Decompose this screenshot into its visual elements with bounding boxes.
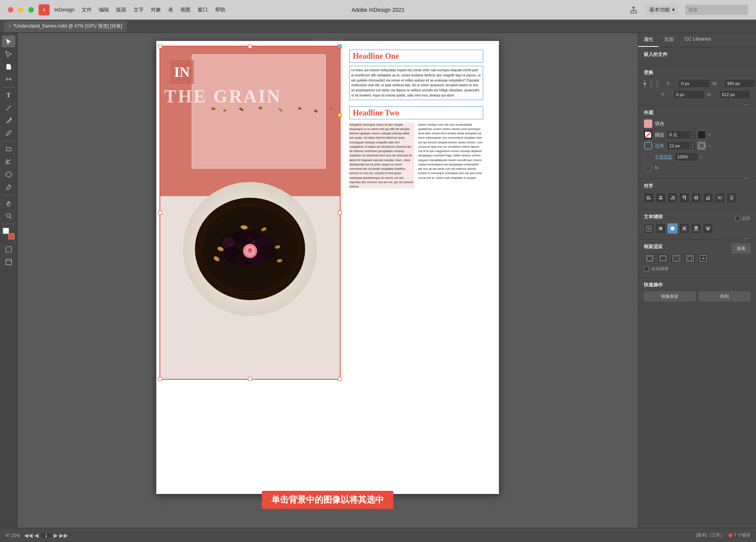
tab-properties[interactable]: 属性	[638, 33, 659, 47]
center-content[interactable]	[697, 253, 709, 264]
w-input[interactable]	[724, 79, 756, 88]
menu-text[interactable]: 文字	[133, 6, 144, 13]
y-input[interactable]	[673, 90, 705, 99]
rectangle-tool[interactable]	[2, 143, 15, 155]
menu-help[interactable]: 帮助	[215, 6, 225, 13]
text-wrap-more-options[interactable]: ···	[744, 235, 749, 242]
traffic-light-red[interactable]	[8, 7, 13, 13]
stroke-input[interactable]	[667, 130, 690, 139]
arrange-button[interactable]: 排列	[699, 291, 751, 301]
tg-dot-9[interactable]	[656, 85, 658, 87]
reverse-cb[interactable]	[735, 216, 740, 221]
traffic-light-yellow[interactable]	[18, 7, 24, 13]
auto-adjust-checkbox[interactable]	[644, 266, 649, 271]
handle-bottom-left[interactable]	[158, 377, 162, 381]
stroke-up[interactable]: ▲	[691, 131, 695, 135]
menu-file[interactable]: 文件	[82, 6, 92, 13]
fit-content-to-frame[interactable]	[644, 253, 656, 264]
tg-dot-5[interactable]	[650, 83, 652, 85]
wrap-invert[interactable]	[703, 223, 713, 234]
eyedropper-tool[interactable]	[2, 181, 15, 193]
handle-mid-left[interactable]	[158, 211, 162, 215]
wrap-jump-object[interactable]	[679, 223, 689, 234]
preview-mode-button[interactable]	[2, 243, 15, 255]
appearance-more-options[interactable]: ···	[744, 174, 749, 182]
workspace-selector[interactable]: 基本功能 ▾	[645, 5, 679, 15]
tg-dot-7[interactable]	[644, 85, 646, 87]
tg-dot-8[interactable]	[650, 85, 652, 87]
tg-dot-2[interactable]	[650, 80, 652, 82]
transform-shape-button[interactable]: 转换形状	[644, 291, 696, 301]
handle-top-left[interactable]	[158, 45, 162, 48]
handle-bottom-center[interactable]	[248, 377, 252, 381]
stroke-down[interactable]: ▼	[691, 135, 695, 138]
corner-style-dropdown[interactable]	[697, 141, 706, 150]
search-input[interactable]	[685, 5, 748, 15]
image-frame[interactable]: IN THE GRAIN	[159, 46, 341, 380]
wrap-none[interactable]	[644, 223, 654, 234]
h-input[interactable]	[719, 90, 750, 99]
menu-layout[interactable]: 版面	[116, 6, 126, 13]
zoom-tool[interactable]	[2, 210, 15, 222]
tg-dot-6[interactable]	[656, 83, 658, 85]
tab-cc-libraries[interactable]: CC Libraries	[679, 33, 717, 47]
tab-pages[interactable]: 页面	[659, 33, 679, 47]
share-button[interactable]	[628, 4, 639, 15]
column-two-text[interactable]: autem eveliqui num dis mos duciandebist …	[418, 123, 483, 189]
traffic-light-green[interactable]	[28, 7, 34, 13]
nav-first-button[interactable]: ◀◀	[24, 532, 33, 538]
hand-tool[interactable]	[2, 197, 15, 209]
tg-dot-3[interactable]	[656, 80, 658, 82]
nav-next-button[interactable]: ▶	[54, 532, 58, 538]
menu-window[interactable]: 窗口	[198, 6, 208, 13]
canvas-area[interactable]: www.mac.x.com	[17, 33, 638, 528]
align-left[interactable]	[644, 193, 654, 203]
indesign-page[interactable]: IN THE GRAIN	[156, 41, 499, 494]
menu-object[interactable]: 对象	[151, 6, 161, 13]
tg-dot-1[interactable]	[644, 80, 646, 82]
document-tab[interactable]: × *Understand_frames.indd @ 47% [GPU 预览]…	[4, 21, 127, 32]
transform-tool[interactable]	[2, 169, 15, 180]
align-top[interactable]	[679, 193, 689, 203]
column-one-text[interactable]: Soluptinti consequa volum et laut volupt…	[349, 123, 414, 189]
tab-close[interactable]: ×	[9, 24, 11, 28]
fit-content-proportionally[interactable]	[684, 253, 696, 264]
menu-view[interactable]: 视图	[180, 6, 191, 13]
fill-swatch[interactable]	[644, 119, 652, 128]
fit-frame-to-content[interactable]	[657, 253, 669, 264]
nav-prev-button[interactable]: ◀	[34, 532, 39, 538]
menu-indesign[interactable]: InDesign	[54, 7, 74, 13]
stroke-color-swatch[interactable]	[697, 130, 706, 139]
fill-frame-proportionally[interactable]	[671, 253, 682, 264]
color-boxes[interactable]	[3, 228, 15, 239]
x-input[interactable]	[678, 79, 710, 88]
transform-more-options[interactable]: ···	[744, 101, 749, 108]
opacity-expand[interactable]: ›	[700, 154, 702, 160]
corner-style-arrow[interactable]: ▾	[708, 144, 710, 148]
menu-edit[interactable]: 编辑	[99, 6, 109, 13]
fx-label[interactable]: fx.	[655, 165, 660, 171]
wrap-next-column[interactable]	[691, 223, 701, 234]
corner-down[interactable]: ▼	[691, 146, 695, 149]
reverse-checkbox[interactable]: 反转	[735, 215, 750, 221]
body-text-one[interactable]: Ut eatur aut estiunt veliquatias exped m…	[349, 66, 483, 100]
pen-tool[interactable]	[2, 115, 15, 126]
frame-fitting-options[interactable]: 选项	[732, 243, 750, 253]
background-color[interactable]	[8, 233, 15, 239]
stroke-dropdown[interactable]: ▾	[708, 133, 710, 137]
selection-tool[interactable]	[2, 35, 15, 47]
align-bottom[interactable]	[703, 193, 713, 203]
align-center-v[interactable]	[691, 193, 701, 203]
distribute-h[interactable]	[715, 193, 725, 203]
scissors-tool[interactable]	[2, 156, 15, 168]
corner-label[interactable]: 边角	[655, 143, 664, 149]
page-number-input[interactable]	[40, 533, 52, 538]
handle-bottom-right[interactable]	[338, 377, 342, 381]
distribute-v[interactable]	[726, 193, 737, 203]
errors-indicator[interactable]: 7 个错误	[728, 532, 750, 538]
direct-selection-tool[interactable]	[2, 48, 15, 60]
normal-mode-button[interactable]	[2, 256, 15, 268]
wrap-object-shape[interactable]	[667, 223, 678, 234]
corner-input[interactable]	[667, 141, 690, 150]
align-center-h[interactable]	[656, 193, 666, 203]
